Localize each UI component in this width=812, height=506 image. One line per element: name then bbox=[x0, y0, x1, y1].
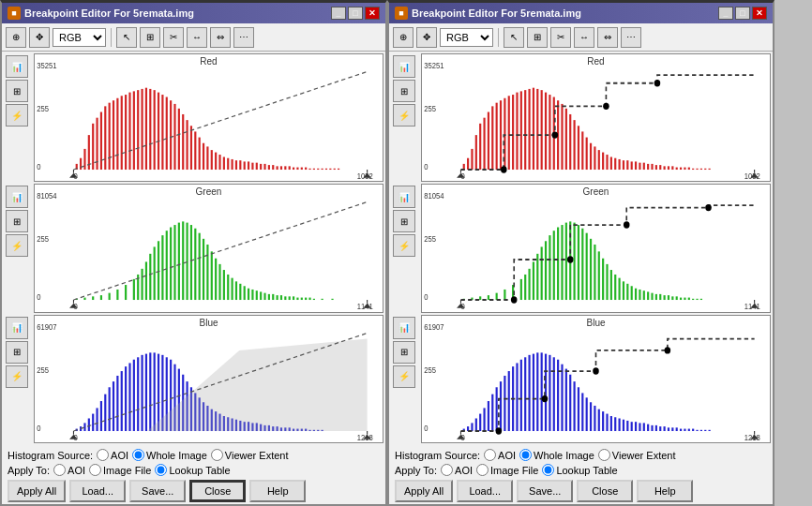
hs-viewer-label-right[interactable]: Viewer Extent bbox=[598, 449, 676, 461]
svg-rect-383 bbox=[569, 374, 571, 430]
hs-whole-label-left[interactable]: Whole Image bbox=[132, 449, 207, 461]
blue-chart-btn2-right[interactable]: ⊞ bbox=[393, 341, 415, 364]
close-btn-right[interactable]: ✕ bbox=[752, 7, 767, 20]
red-chart-left[interactable]: Red 35251 255 0 0 1052 bbox=[34, 53, 383, 182]
svg-rect-360 bbox=[475, 418, 477, 431]
at-aoi-radio-left[interactable] bbox=[53, 464, 66, 476]
close-btn-action-right[interactable]: Close bbox=[577, 480, 633, 502]
svg-rect-63 bbox=[305, 168, 307, 170]
svg-rect-318 bbox=[598, 252, 600, 301]
save-btn-right[interactable]: Save... bbox=[517, 480, 573, 502]
red-chart-btn1-left[interactable]: 📊 bbox=[6, 55, 28, 78]
green-chart-btn3-left[interactable]: ⚡ bbox=[6, 234, 28, 257]
red-chart-right[interactable]: Red 35251 255 0 0 1052 bbox=[421, 53, 771, 182]
close-btn-left[interactable]: ✕ bbox=[365, 7, 380, 20]
close-btn-action-left[interactable]: Close bbox=[189, 480, 246, 502]
minimize-btn-right[interactable]: _ bbox=[718, 7, 733, 20]
load-btn-left[interactable]: Load... bbox=[69, 480, 126, 502]
move-btn-right[interactable]: ✥ bbox=[416, 27, 437, 48]
rgb-select-right[interactable]: RGBRedGreenBlue bbox=[440, 28, 493, 47]
svg-rect-381 bbox=[561, 364, 563, 430]
move-btn-left[interactable]: ✥ bbox=[29, 27, 50, 48]
green-chart-btn1-right[interactable]: 📊 bbox=[393, 186, 415, 208]
svg-rect-246 bbox=[578, 126, 579, 170]
at-file-radio-right[interactable] bbox=[476, 464, 489, 476]
maximize-btn-right[interactable]: □ bbox=[735, 7, 750, 20]
red-chart-btn3-left[interactable]: ⚡ bbox=[6, 104, 28, 126]
blue-sidebar-right: 📊 ⊞ ⚡ bbox=[391, 315, 421, 443]
svg-rect-70 bbox=[334, 169, 336, 170]
at-lut-label-right[interactable]: Lookup Table bbox=[542, 464, 617, 476]
hs-viewer-label-left[interactable]: Viewer Extent bbox=[211, 449, 289, 461]
blue-sidebar-left: 📊 ⊞ ⚡ bbox=[4, 315, 34, 443]
at-lut-label-left[interactable]: Lookup Table bbox=[155, 464, 230, 476]
cut-btn-right[interactable]: ✂ bbox=[550, 27, 571, 48]
hs-viewer-radio-left[interactable] bbox=[211, 449, 223, 461]
green-chart-left[interactable]: Green 81054 255 0 0 1141 bbox=[34, 184, 383, 312]
red-chart-btn2-right[interactable]: ⊞ bbox=[393, 80, 415, 102]
green-chart-right[interactable]: Green 81054 255 0 0 1141 bbox=[421, 184, 771, 312]
hs-whole-label-right[interactable]: Whole Image bbox=[519, 449, 594, 461]
save-btn-left[interactable]: Save... bbox=[129, 480, 186, 502]
pointer-btn-left[interactable]: ↖ bbox=[116, 27, 137, 48]
maximize-btn-left[interactable]: □ bbox=[348, 7, 363, 20]
load-btn-right[interactable]: Load... bbox=[457, 480, 513, 502]
hs-aoi-label-right[interactable]: AOI bbox=[484, 449, 516, 461]
at-aoi-radio-right[interactable] bbox=[441, 464, 453, 476]
blue-chart-btn2-left[interactable]: ⊞ bbox=[6, 341, 28, 364]
at-aoi-label-right[interactable]: AOI bbox=[441, 464, 473, 476]
at-lut-radio-right[interactable] bbox=[542, 464, 554, 476]
flip-btn-right[interactable]: ⇔ bbox=[597, 27, 618, 48]
at-lut-radio-left[interactable] bbox=[155, 464, 167, 476]
red-chart-btn3-right[interactable]: ⚡ bbox=[393, 104, 415, 126]
hs-whole-radio-left[interactable] bbox=[132, 449, 144, 461]
sep1-right bbox=[498, 28, 499, 47]
green-chart-btn2-right[interactable]: ⊞ bbox=[393, 210, 415, 232]
red-chart-btn2-left[interactable]: ⊞ bbox=[6, 80, 28, 102]
pointer-btn-right[interactable]: ↖ bbox=[504, 27, 524, 48]
green-chart-btn1-left[interactable]: 📊 bbox=[6, 186, 28, 208]
blue-chart-btn3-left[interactable]: ⚡ bbox=[6, 365, 28, 388]
red-chart-btn1-right[interactable]: 📊 bbox=[393, 55, 415, 78]
svg-rect-386 bbox=[581, 393, 583, 431]
stretch-btn-left[interactable]: ↔ bbox=[187, 27, 207, 48]
svg-rect-413 bbox=[692, 428, 694, 430]
nodes-btn-left[interactable]: ⊞ bbox=[140, 27, 160, 48]
blue-chart-left[interactable]: Blue 61907 255 0 0 1218 bbox=[34, 315, 383, 443]
titlebar-left: ■ Breakpoint Editor For 5remata.img _ □ … bbox=[2, 3, 385, 23]
svg-rect-409 bbox=[676, 427, 678, 431]
more-btn-left[interactable]: ⋯ bbox=[233, 27, 254, 48]
at-aoi-label-left[interactable]: AOI bbox=[53, 464, 85, 476]
flip-btn-left[interactable]: ⇔ bbox=[210, 27, 231, 48]
blue-chart-btn1-left[interactable]: 📊 bbox=[6, 317, 28, 339]
svg-rect-277 bbox=[704, 169, 706, 170]
rgb-select-left[interactable]: RGBRedGreenBlue bbox=[53, 28, 106, 47]
help-btn-right[interactable]: Help bbox=[637, 480, 693, 502]
stretch-btn-right[interactable]: ↔ bbox=[574, 27, 594, 48]
nodes-btn-right[interactable]: ⊞ bbox=[527, 27, 548, 48]
zoom-btn-right[interactable]: ⊕ bbox=[393, 27, 414, 48]
minimize-btn-left[interactable]: _ bbox=[331, 7, 346, 20]
green-chart-btn3-right[interactable]: ⚡ bbox=[393, 234, 415, 257]
hs-aoi-radio-left[interactable] bbox=[97, 449, 109, 461]
green-chart-btn2-left[interactable]: ⊞ bbox=[6, 210, 28, 232]
apply-all-btn-left[interactable]: Apply All bbox=[8, 480, 66, 502]
histogram-source-label-left: Histogram Source: bbox=[8, 450, 93, 461]
help-btn-left[interactable]: Help bbox=[249, 480, 306, 502]
blue-chart-right[interactable]: Blue 61907 255 0 0 1218 bbox=[421, 315, 771, 443]
blue-chart-btn3-right[interactable]: ⚡ bbox=[393, 365, 415, 388]
at-file-label-right[interactable]: Image File bbox=[476, 464, 538, 476]
apply-all-btn-right[interactable]: Apply All bbox=[395, 480, 453, 502]
hs-whole-radio-right[interactable] bbox=[519, 449, 532, 461]
hs-viewer-radio-right[interactable] bbox=[598, 449, 610, 461]
blue-chart-btn1-right[interactable]: 📊 bbox=[393, 317, 415, 339]
charts-area-left: 📊 ⊞ ⚡ Red 35251 255 0 0 1052 bbox=[2, 52, 385, 445]
at-file-radio-left[interactable] bbox=[89, 464, 101, 476]
at-file-label-left[interactable]: Image File bbox=[89, 464, 151, 476]
hs-aoi-label-left[interactable]: AOI bbox=[97, 449, 128, 461]
more-btn-right[interactable]: ⋯ bbox=[621, 27, 641, 48]
cut-btn-left[interactable]: ✂ bbox=[163, 27, 184, 48]
hs-aoi-radio-right[interactable] bbox=[484, 449, 496, 461]
zoom-btn-left[interactable]: ⊕ bbox=[6, 27, 26, 48]
svg-rect-117 bbox=[248, 289, 249, 300]
